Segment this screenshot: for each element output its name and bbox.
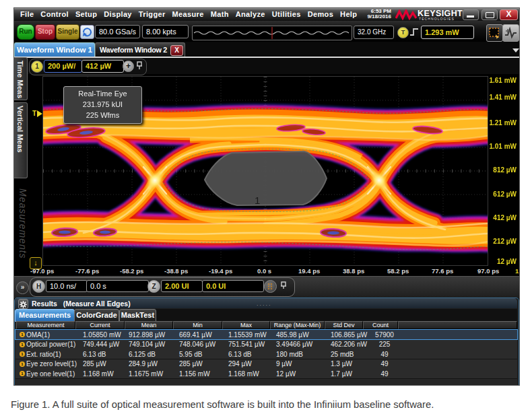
svg-text:1: 1 <box>255 195 260 206</box>
